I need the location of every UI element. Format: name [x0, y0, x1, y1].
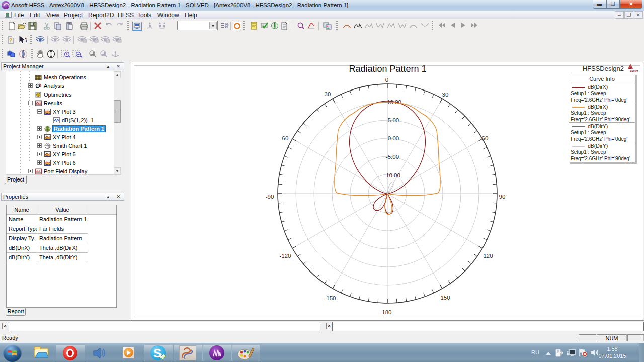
svg-text:+: + — [65, 52, 68, 57]
svg-text:30: 30 — [442, 92, 449, 98]
svg-text:60: 60 — [482, 135, 489, 141]
svg-text:-5.00: -5.00 — [386, 154, 399, 160]
svg-text:0.00: 0.00 — [388, 135, 399, 141]
svg-text:-60: -60 — [280, 135, 289, 141]
svg-text:0: 0 — [385, 77, 388, 83]
svg-text:150: 150 — [440, 295, 450, 301]
svg-text:-90: -90 — [266, 194, 274, 200]
svg-text:−: − — [77, 52, 79, 57]
svg-text:-120: -120 — [279, 253, 291, 259]
svg-text:-10.00: -10.00 — [384, 172, 400, 178]
svg-text:?: ? — [9, 38, 12, 43]
svg-text:90: 90 — [499, 194, 506, 200]
svg-text:120: 120 — [483, 253, 493, 259]
svg-text:-30: -30 — [323, 91, 331, 97]
svg-text:-150: -150 — [324, 295, 336, 301]
svg-text:?: ? — [25, 37, 27, 43]
svg-text:-180: -180 — [380, 309, 391, 315]
svg-text:5.00: 5.00 — [388, 117, 399, 123]
